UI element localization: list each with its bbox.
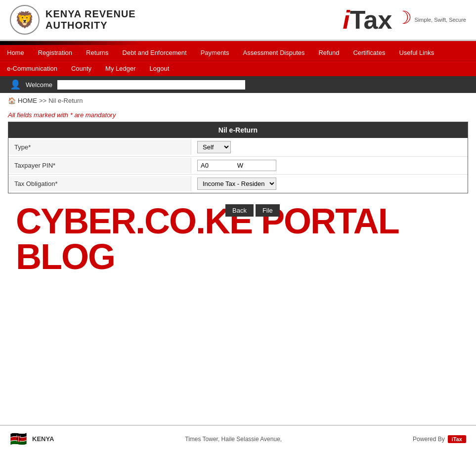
form-row-tax-obligation: Tax Obligation* Income Tax - Residen VAT… [8,175,468,193]
type-label: Type* [8,139,191,155]
nav-home[interactable]: Home [0,45,31,60]
welcome-bar: 👤 Welcome [0,76,476,93]
user-icon: 👤 [10,79,21,90]
itax-logo: iTax ☽ Simple, Swift, Secure [343,5,466,35]
form-row-type: Type* Self Agent [8,138,468,157]
footer-powered: Powered By iTax [413,435,466,443]
back-button[interactable]: Back [225,204,254,217]
kra-branding: 🦁 Kenya Revenue Authority [10,5,136,35]
form-row-pin: Taxpayer PIN* [8,157,468,175]
tax-obligation-field: Income Tax - Residen VAT PAYE [191,175,468,193]
powered-by-label: Powered By [413,436,445,443]
nav-my-ledger[interactable]: My Ledger [98,61,142,76]
nav-certificates[interactable]: Certificates [346,45,392,60]
nav-county[interactable]: County [64,61,98,76]
pin-input[interactable] [197,160,276,171]
itax-tax-text: Tax [350,5,392,34]
nav-payments[interactable]: Payments [194,45,236,60]
nil-ereturn-form: Nil e-Return Type* Self Agent Taxpayer P… [8,122,468,193]
watermark-area: CYBER.CO.KE PORTAL BLOG Back File [8,193,468,284]
kra-name: Kenya Revenue Authority [45,8,136,31]
tax-obligation-label: Tax Obligation* [8,176,191,191]
type-select[interactable]: Self Agent [197,141,231,153]
welcome-username-input[interactable] [57,80,245,90]
pin-label: Taxpayer PIN* [8,158,191,173]
nav-bottom: e-Communication County My Ledger Logout [0,60,476,76]
footer-left: 🇰🇪 KENYA [10,431,54,447]
nav-useful-links[interactable]: Useful Links [392,45,441,60]
footer-kenya-flag-icon: 🇰🇪 [10,431,27,447]
breadcrumb-home-link[interactable]: HOME [18,97,37,104]
nav-returns[interactable]: Returns [79,45,116,60]
breadcrumb: 🏠 HOME >> Nil e-Return [0,93,476,108]
breadcrumb-separator: >> [39,97,46,104]
tax-obligation-select[interactable]: Income Tax - Residen VAT PAYE [197,178,276,190]
nav-debt-enforcement[interactable]: Debt and Enforcement [116,45,194,60]
mandatory-note: All fields marked with * are mandatory [0,108,476,122]
form-buttons: Back File [225,204,280,217]
breadcrumb-current: Nil e-Return [48,97,83,104]
footer-kenya-label: KENYA [32,435,54,443]
welcome-label: Welcome [26,81,52,89]
itax-swoosh-icon: ☽ [396,7,412,28]
kra-title-line2: Authority [45,20,136,31]
itax-tagline-container: Simple, Swift, Secure [414,17,466,23]
home-icon: 🏠 [8,97,16,104]
nav-refund[interactable]: Refund [311,45,346,60]
page-header: 🦁 Kenya Revenue Authority iTax ☽ Simple,… [0,0,476,41]
type-field: Self Agent [191,138,468,156]
form-title: Nil e-Return [8,122,468,138]
itax-i-letter: i [343,5,349,34]
nav-ecommunication[interactable]: e-Communication [0,61,64,76]
itax-tagline: Simple, Swift, Secure [414,17,466,23]
file-button[interactable]: File [256,204,280,217]
nav-logout[interactable]: Logout [143,61,176,76]
nav-top: Home Registration Returns Debt and Enfor… [0,45,476,60]
kra-logo: 🦁 [10,5,40,35]
powered-badge: iTax [448,435,466,443]
nav-assessment-disputes[interactable]: Assessment Disputes [236,45,311,60]
nav-registration[interactable]: Registration [31,45,79,60]
footer: 🇰🇪 KENYA Times Tower, Haile Selassie Ave… [0,425,476,452]
kra-title-line1: Kenya Revenue [45,8,136,20]
kra-lion-icon: 🦁 [15,10,35,29]
pin-field [191,157,468,174]
red-stripe-divider [0,41,476,45]
footer-address: Times Tower, Haile Selassie Avenue, [185,436,282,443]
main-content: Nil e-Return Type* Self Agent Taxpayer P… [0,122,476,294]
